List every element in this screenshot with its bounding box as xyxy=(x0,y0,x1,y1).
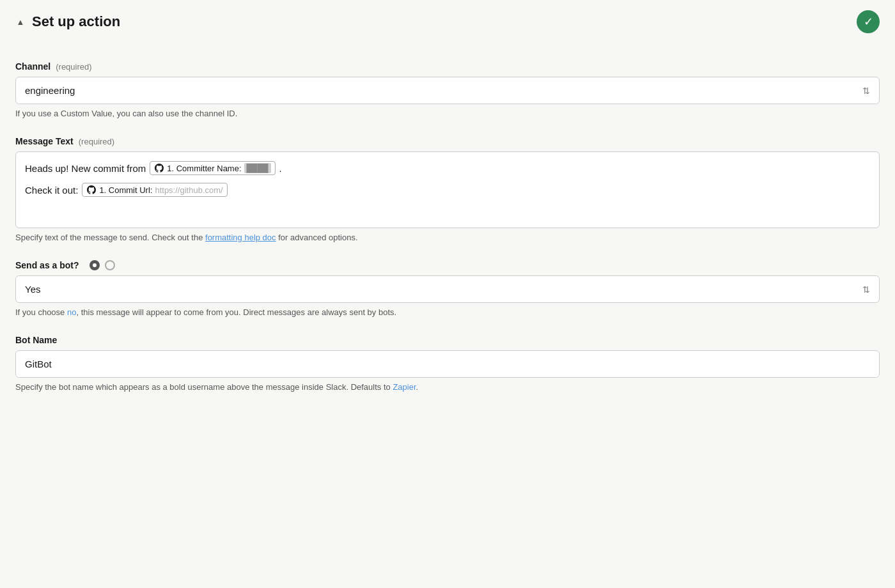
bot-label: Send as a bot? xyxy=(15,260,79,270)
formatting-help-link[interactable]: formatting help doc xyxy=(205,233,276,242)
bot-name-section: Bot Name Specify the bot name which appe… xyxy=(15,335,880,392)
bot-hint-suffix: , this message will appear to come from … xyxy=(76,307,396,317)
zapier-link[interactable]: Zapier xyxy=(393,382,416,392)
bot-hint-no-link[interactable]: no xyxy=(67,307,76,317)
bot-select-wrapper[interactable]: Yes ⇅ xyxy=(15,275,880,303)
bot-radio-no[interactable] xyxy=(105,260,115,270)
page-title: Set up action xyxy=(32,13,120,30)
channel-select-wrapper[interactable]: engineering ⇅ xyxy=(15,77,880,104)
channel-select[interactable]: engineering xyxy=(16,77,879,104)
message-hint-prefix: Specify text of the message to send. Che… xyxy=(15,233,205,242)
message-line2-prefix: Check it out: xyxy=(25,185,78,196)
message-label-row: Message Text (required) xyxy=(15,136,880,146)
bot-name-input[interactable] xyxy=(15,350,880,378)
channel-label-row: Channel (required) xyxy=(15,61,880,72)
bot-name-hint-prefix: Specify the bot name which appears as a … xyxy=(15,382,393,392)
success-badge: ✓ xyxy=(857,10,880,33)
channel-hint: If you use a Custom Value, you can also … xyxy=(15,109,880,118)
channel-section: Channel (required) engineering ⇅ If you … xyxy=(15,61,880,118)
bot-label-row: Send as a bot? xyxy=(15,260,880,270)
message-line1-suffix: . xyxy=(279,163,282,174)
message-line1-prefix: Heads up! New commit from xyxy=(25,163,146,174)
message-hint-suffix: for advanced options. xyxy=(276,233,358,242)
message-text-section: Message Text (required) Heads up! New co… xyxy=(15,136,880,242)
committer-name-pill[interactable]: 1. Committer Name: ████ xyxy=(150,161,275,175)
bot-select[interactable]: Yes xyxy=(16,276,879,302)
message-line-1: Heads up! New commit from 1. Committer N… xyxy=(25,161,870,175)
bot-radio-yes[interactable] xyxy=(90,260,100,270)
bot-name-label: Bot Name xyxy=(15,335,57,345)
bot-hint: If you choose no, this message will appe… xyxy=(15,307,880,317)
committer-name-pill-value: ████ xyxy=(244,163,271,173)
page-container: ▲ Set up action ✓ Channel (required) eng… xyxy=(0,0,895,588)
send-as-bot-section: Send as a bot? Yes ⇅ If you choose no, t… xyxy=(15,260,880,317)
github-icon-1 xyxy=(154,163,164,173)
bot-name-hint: Specify the bot name which appears as a … xyxy=(15,382,880,392)
header-left: ▲ Set up action xyxy=(15,13,120,30)
message-text-area[interactable]: Heads up! New commit from 1. Committer N… xyxy=(15,151,880,228)
github-icon-2 xyxy=(86,185,97,195)
commit-url-pill-value: https://github.com/ xyxy=(155,185,222,195)
channel-label: Channel xyxy=(15,61,51,72)
message-required: (required) xyxy=(79,137,114,146)
message-hint: Specify text of the message to send. Che… xyxy=(15,233,880,242)
section-header: ▲ Set up action ✓ xyxy=(15,10,880,41)
commit-url-pill[interactable]: 1. Commit Url: https://github.com/ xyxy=(82,183,227,197)
commit-url-pill-label: 1. Commit Url: xyxy=(99,185,152,195)
bot-hint-prefix: If you choose xyxy=(15,307,67,317)
bot-radio-group xyxy=(90,260,115,270)
message-label: Message Text xyxy=(15,136,74,146)
collapse-icon[interactable]: ▲ xyxy=(15,17,26,27)
committer-name-pill-label: 1. Committer Name: xyxy=(167,164,241,173)
message-line-2: Check it out: 1. Commit Url: https://git… xyxy=(25,183,870,197)
bot-name-label-row: Bot Name xyxy=(15,335,880,345)
channel-required: (required) xyxy=(56,62,91,72)
bot-name-hint-suffix: . xyxy=(416,382,419,392)
